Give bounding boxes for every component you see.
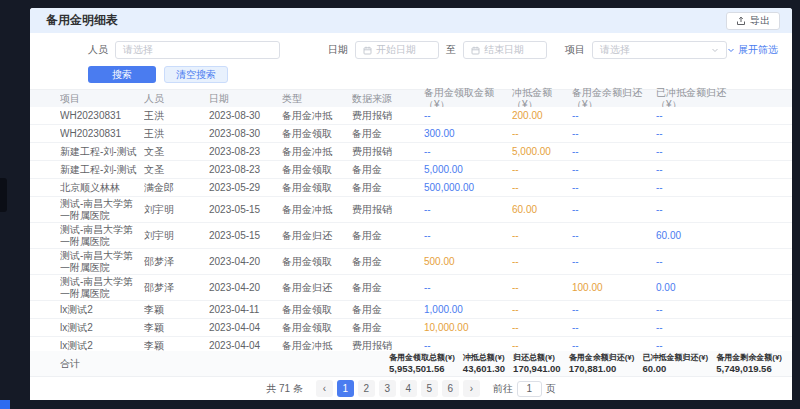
amount-cell: -- <box>656 164 756 176</box>
table-cell: 满金郎 <box>144 182 209 194</box>
expand-filter-label: 展开筛选 <box>738 43 778 57</box>
amount-cell: -- <box>656 256 756 268</box>
petty-cash-report-window: 备用金明细表 导出 人员 请选择 日期 开始日期 至 <box>30 8 792 400</box>
summary-item-label: 归还总额(¥) <box>513 353 561 363</box>
amount-cell: -- <box>512 182 572 194</box>
table-cell: lx测试2 <box>60 340 144 352</box>
table-cell: 2023-08-30 <box>209 110 282 122</box>
export-button[interactable]: 导出 <box>726 12 780 30</box>
table-row: 测试-南昌大学第一附属医院邵梦泽2023-04-20备用金归还备用金----10… <box>30 275 792 301</box>
amount-cell: 300.00 <box>424 128 512 140</box>
corner-accent <box>0 400 10 409</box>
project-select[interactable]: 请选择 <box>592 41 727 59</box>
amount-cell: -- <box>656 182 756 194</box>
table-cell: 2023-04-20 <box>209 256 282 268</box>
summary-item-label: 备用金余额归还(¥) <box>569 353 635 363</box>
table-cell: 刘宇明 <box>144 230 209 242</box>
table-cell: 备用金 <box>352 230 424 242</box>
amount-cell: -- <box>572 128 656 140</box>
table-row: 测试-南昌大学第一附属医院邵梦泽2023-04-20备用金领取备用金500.00… <box>30 249 792 275</box>
column-header: 数据来源 <box>352 93 424 105</box>
table-header: 项目人员日期类型数据来源备用金领取金额（¥）冲抵金额（¥）备用金余额归还（¥）已… <box>30 89 792 107</box>
clear-search-button[interactable]: 清空搜索 <box>164 66 228 83</box>
table-row: 测试-南昌大学第一附属医院刘宇明2023-05-15备用金冲抵费用报销--60.… <box>30 197 792 223</box>
table-cell: 李颖 <box>144 322 209 334</box>
summary-item: 备用金剩余金额(¥)5,749,019.56 <box>716 353 782 374</box>
table-row: lx测试2李颖2023-04-11备用金领取备用金1,000.00------ <box>30 301 792 319</box>
table-cell: 邵梦泽 <box>144 282 209 294</box>
amount-cell: -- <box>656 128 756 140</box>
amount-cell: 10,000.00 <box>424 322 512 334</box>
table-cell: 备用金冲抵 <box>282 340 352 352</box>
search-button[interactable]: 搜索 <box>88 66 156 83</box>
table-cell: 测试-南昌大学第一附属医院 <box>60 276 144 300</box>
person-select-placeholder: 请选择 <box>123 43 153 57</box>
page-button-3[interactable]: 3 <box>379 380 396 397</box>
table-cell: 2023-08-23 <box>209 146 282 158</box>
drawer-handle[interactable] <box>0 178 7 212</box>
table-cell: 2023-05-15 <box>209 204 282 216</box>
amount-cell: 500,000.00 <box>424 182 512 194</box>
table-cell: 2023-08-23 <box>209 164 282 176</box>
summary-item-value: 5,953,501.56 <box>389 363 455 374</box>
amount-cell: -- <box>512 304 572 316</box>
summary-item-value: 170,941.00 <box>513 363 561 374</box>
table-cell: 备用金领取 <box>282 304 352 316</box>
amount-cell: -- <box>656 304 756 316</box>
export-label: 导出 <box>750 14 770 28</box>
table-cell: 备用金领取 <box>282 164 352 176</box>
page-jumper: 前往 页 <box>493 381 556 397</box>
table-cell: 测试-南昌大学第一附属医院 <box>60 198 144 222</box>
date-end-input[interactable]: 结束日期 <box>463 41 547 59</box>
amount-cell: -- <box>424 146 512 158</box>
amount-cell: 60.00 <box>512 204 572 216</box>
table-cell: 备用金冲抵 <box>282 204 352 216</box>
amount-cell: -- <box>572 340 656 352</box>
page-button-2[interactable]: 2 <box>358 380 375 397</box>
page-button-6[interactable]: 6 <box>442 380 459 397</box>
summary-item-value: 43,601.30 <box>463 363 505 374</box>
prev-page-button[interactable]: ‹ <box>316 380 333 397</box>
amount-cell: -- <box>512 340 572 352</box>
summary-item: 备用金领取总额(¥)5,953,501.56 <box>389 353 455 374</box>
column-header: 项目 <box>60 93 144 105</box>
table-cell: 备用金 <box>352 282 424 294</box>
amount-cell: -- <box>512 282 572 294</box>
person-filter-label: 人员 <box>88 43 108 57</box>
table-cell: 李颖 <box>144 340 209 352</box>
page-button-1[interactable]: 1 <box>337 380 354 397</box>
column-header: 人员 <box>144 93 209 105</box>
date-start-input[interactable]: 开始日期 <box>355 41 439 59</box>
amount-cell: 5,000.00 <box>512 146 572 158</box>
page-button-5[interactable]: 5 <box>421 380 438 397</box>
table-cell: lx测试2 <box>60 304 144 316</box>
summary-item-label: 备用金剩余金额(¥) <box>716 353 782 363</box>
table-cell: 2023-04-11 <box>209 304 282 316</box>
table-cell: 测试-南昌大学第一附属医院 <box>60 224 144 248</box>
date-filter-label: 日期 <box>328 43 348 57</box>
chevron-down-icon <box>711 46 719 54</box>
amount-cell: -- <box>572 256 656 268</box>
amount-cell: -- <box>424 204 512 216</box>
page-button-4[interactable]: 4 <box>400 380 417 397</box>
amount-cell: -- <box>512 256 572 268</box>
summary-item-value: 5,749,019.56 <box>716 363 782 374</box>
pagination: 共 71 条 ‹ 123456 › 前往 页 <box>30 377 792 400</box>
jumper-suffix: 页 <box>546 382 556 396</box>
jumper-prefix: 前往 <box>493 382 513 396</box>
amount-cell: 0.00 <box>656 282 756 294</box>
page-jumper-input[interactable] <box>517 381 542 397</box>
page-header: 备用金明细表 导出 <box>30 8 792 33</box>
table-cell: 邵梦泽 <box>144 256 209 268</box>
table-row: lx测试2李颖2023-04-04备用金领取备用金10,000.00------ <box>30 319 792 337</box>
amount-cell: -- <box>424 110 512 122</box>
next-page-button[interactable]: › <box>463 380 480 397</box>
table-cell: 王洪 <box>144 128 209 140</box>
amount-cell: 1,000.00 <box>424 304 512 316</box>
expand-filter-link[interactable]: 展开筛选 <box>727 43 778 57</box>
amount-cell: 60.00 <box>656 230 756 242</box>
person-select[interactable]: 请选择 <box>115 41 280 59</box>
table-cell: 新建工程-刘-测试 <box>60 146 144 158</box>
amount-cell: 5,000.00 <box>424 164 512 176</box>
summary-item-value: 60.00 <box>642 363 708 374</box>
